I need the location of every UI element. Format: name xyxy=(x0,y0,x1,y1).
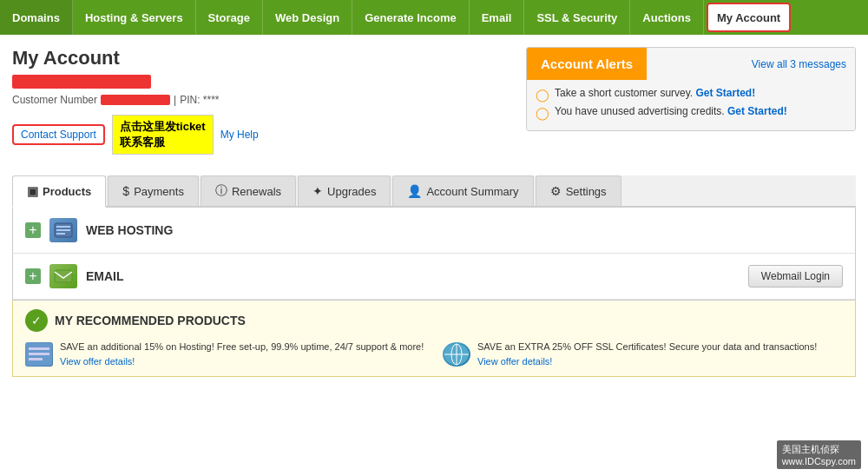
view-all-messages-link[interactable]: View all 3 messages xyxy=(752,58,855,70)
nav-item-myaccount[interactable]: My Account xyxy=(707,3,791,32)
rec-ssl-icon xyxy=(443,342,470,367)
products-section: + WEB HOSTING + EMAIL Webmail Login xyxy=(12,208,856,301)
alert-text-1: Take a short customer survey. Get Starte… xyxy=(555,87,755,99)
check-circle-icon: ✓ xyxy=(25,309,48,332)
webmail-login-button[interactable]: Webmail Login xyxy=(748,265,843,288)
left-panel: My Account Customer Number | PIN: **** C… xyxy=(12,47,514,163)
recommended-header: ✓ MY RECOMMENDED PRODUCTS xyxy=(25,309,843,332)
tab-renewals-label: Renewals xyxy=(232,185,281,198)
tab-upgrades-label: Upgrades xyxy=(327,185,376,198)
upgrades-icon: ✦ xyxy=(312,184,323,198)
nav-item-income[interactable]: Generate Income xyxy=(352,0,470,35)
alerts-panel: Account Alerts View all 3 messages ◯ Tak… xyxy=(526,47,856,163)
alert-link-1[interactable]: Get Started! xyxy=(696,87,756,99)
alert-text-2: You have unused advertising credits. Get… xyxy=(555,105,787,117)
svg-rect-4 xyxy=(55,270,72,282)
email-product-icon xyxy=(49,264,77,288)
nav-item-domains[interactable]: Domains xyxy=(0,0,73,35)
main-navigation: Domains Hosting & Servers Storage Web De… xyxy=(0,0,868,35)
email-label: EMAIL xyxy=(86,269,740,283)
rec-item-1-text: SAVE an additional 15% on Hosting! Free … xyxy=(60,340,424,354)
recommended-items: SAVE an additional 15% on Hosting! Free … xyxy=(25,340,843,367)
expand-web-hosting-button[interactable]: + xyxy=(25,222,41,238)
rec-item-2-content: SAVE an EXTRA 25% OFF SSL Certificates! … xyxy=(477,340,817,367)
nav-item-email[interactable]: Email xyxy=(470,0,525,35)
alert-link-2[interactable]: Get Started! xyxy=(727,105,787,117)
contact-support-button[interactable]: Contact Support xyxy=(12,124,105,145)
ticket-line2: 联系客服 xyxy=(120,136,165,149)
svg-rect-1 xyxy=(56,226,70,228)
tab-settings[interactable]: ⚙ Settings xyxy=(536,175,621,206)
tab-payments[interactable]: $ Payments xyxy=(108,175,199,206)
recommended-section: ✓ MY RECOMMENDED PRODUCTS SAVE an additi… xyxy=(12,301,856,376)
rec-item-1-content: SAVE an additional 15% on Hosting! Free … xyxy=(60,340,424,367)
payments-icon: $ xyxy=(122,184,129,198)
page-title: My Account xyxy=(12,47,514,69)
alerts-header: Account Alerts View all 3 messages xyxy=(527,48,855,80)
ticket-bubble[interactable]: 点击这里发ticket 联系客服 xyxy=(112,115,214,155)
tab-account-summary-label: Account Summary xyxy=(426,185,518,198)
alerts-title: Account Alerts xyxy=(527,48,647,80)
ticket-line1: 点击这里发ticket xyxy=(120,120,206,133)
tab-account-summary[interactable]: 👤 Account Summary xyxy=(392,175,533,206)
svg-rect-7 xyxy=(29,353,49,355)
nav-item-hosting[interactable]: Hosting & Servers xyxy=(73,0,196,35)
svg-rect-8 xyxy=(29,358,43,360)
tab-products[interactable]: ▣ Products xyxy=(12,175,106,208)
svg-rect-6 xyxy=(29,347,49,350)
alert-icon-2: ◯ xyxy=(536,106,549,120)
recommended-item-2: SAVE an EXTRA 25% OFF SSL Certificates! … xyxy=(443,340,843,367)
user-name-redacted xyxy=(12,75,151,89)
tab-settings-label: Settings xyxy=(566,185,607,198)
recommended-title: MY RECOMMENDED PRODUCTS xyxy=(55,314,246,327)
svg-rect-3 xyxy=(56,233,65,235)
tab-payments-label: Payments xyxy=(134,185,184,198)
renewals-icon: ⓘ xyxy=(215,183,227,199)
expand-email-button[interactable]: + xyxy=(25,268,41,284)
alert-item-2: ◯ You have unused advertising credits. G… xyxy=(536,105,846,120)
tabs-bar: ▣ Products $ Payments ⓘ Renewals ✦ Upgra… xyxy=(12,175,856,208)
products-icon: ▣ xyxy=(27,184,38,198)
customer-number-redacted xyxy=(101,95,170,105)
recommended-item-1: SAVE an additional 15% on Hosting! Free … xyxy=(25,340,425,367)
nav-item-auctions[interactable]: Auctions xyxy=(630,0,704,35)
alerts-body: ◯ Take a short customer survey. Get Star… xyxy=(527,80,855,130)
rec-hosting-icon xyxy=(25,342,53,367)
rec-item-1-link[interactable]: View offer details! xyxy=(60,356,135,367)
web-hosting-label: WEB HOSTING xyxy=(86,223,843,237)
alerts-box: Account Alerts View all 3 messages ◯ Tak… xyxy=(526,47,856,131)
tab-renewals[interactable]: ⓘ Renewals xyxy=(201,175,296,206)
nav-item-webdesign[interactable]: Web Design xyxy=(263,0,352,35)
rec-item-2-text: SAVE an EXTRA 25% OFF SSL Certificates! … xyxy=(477,340,817,354)
settings-icon: ⚙ xyxy=(550,184,562,198)
my-help-link[interactable]: My Help xyxy=(220,129,259,141)
product-row-email: + EMAIL Webmail Login xyxy=(13,254,855,300)
tab-products-label: Products xyxy=(43,185,91,198)
nav-item-storage[interactable]: Storage xyxy=(196,0,263,35)
action-links: Contact Support 点击这里发ticket 联系客服 My Help xyxy=(12,115,514,155)
pin-label: PIN: **** xyxy=(180,94,219,106)
nav-item-ssl[interactable]: SSL & Security xyxy=(524,0,630,35)
web-hosting-icon xyxy=(49,218,77,242)
separator: | xyxy=(174,94,176,106)
alert-item-1: ◯ Take a short customer survey. Get Star… xyxy=(536,87,846,102)
customer-number-label: Customer Number xyxy=(12,94,97,106)
main-content: My Account Customer Number | PIN: **** C… xyxy=(0,35,868,163)
tab-upgrades[interactable]: ✦ Upgrades xyxy=(298,175,391,206)
rec-item-2-link[interactable]: View offer details! xyxy=(477,356,552,367)
svg-rect-2 xyxy=(56,229,70,231)
account-summary-icon: 👤 xyxy=(407,184,422,198)
product-row-web-hosting: + WEB HOSTING xyxy=(13,208,855,254)
alert-icon-1: ◯ xyxy=(536,88,549,102)
customer-info: Customer Number | PIN: **** xyxy=(12,94,514,106)
